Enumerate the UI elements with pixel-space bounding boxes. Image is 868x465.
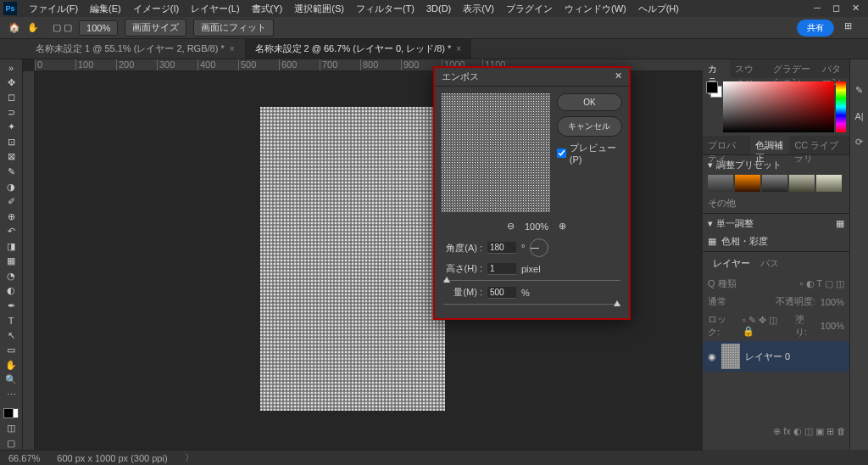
document-tab-2[interactable]: 名称未設定 2 @ 66.7% (レイヤー 0, レッド/8) *× — [245, 39, 472, 59]
angle-dial[interactable] — [530, 238, 548, 257]
dodge-tool-icon[interactable]: ◐ — [2, 284, 20, 298]
menu-view[interactable]: 表示(V) — [458, 1, 499, 17]
menu-plugin[interactable]: プラグイン — [501, 1, 558, 17]
close-tab-icon[interactable]: × — [230, 44, 235, 53]
menu-select[interactable]: 選択範囲(S) — [289, 1, 349, 17]
layer-thumb[interactable] — [721, 344, 740, 369]
edit-icon[interactable]: ✎ — [855, 85, 863, 96]
minimize-icon[interactable]: ─ — [814, 3, 821, 14]
heal-tool-icon[interactable]: ◑ — [2, 180, 20, 193]
cancel-button[interactable]: キャンセル — [557, 116, 622, 137]
dialog-close-icon[interactable]: ✕ — [615, 70, 622, 83]
zoom-field[interactable]: 100% — [79, 20, 118, 36]
fit-screen-button[interactable]: 画面サイズ — [125, 19, 186, 36]
dialog-preview[interactable] — [442, 93, 550, 212]
menu-help[interactable]: ヘルプ(H) — [633, 1, 684, 17]
wand-tool-icon[interactable]: ✦ — [2, 120, 20, 134]
amount-slider[interactable] — [443, 304, 620, 305]
close-tab-icon[interactable]: × — [456, 44, 461, 53]
move-tool-icon[interactable]: ✥ — [2, 76, 20, 90]
tab-layers[interactable]: レイヤー — [708, 255, 755, 272]
adj-preset-header[interactable]: ▾ 調整プリセット — [708, 159, 844, 171]
layer-row-0[interactable]: ◉ レイヤー 0 — [703, 341, 849, 372]
zoom-tool-icon[interactable]: 🔍 — [2, 373, 20, 387]
height-input[interactable] — [487, 263, 516, 275]
visibility-icon[interactable]: ◉ — [708, 351, 716, 362]
status-zoom[interactable]: 66.67% — [8, 453, 40, 463]
angle-input[interactable] — [487, 242, 516, 254]
tab-properties[interactable]: プロパティ — [703, 136, 750, 154]
menu-filter[interactable]: フィルター(T) — [351, 1, 420, 17]
layer-name[interactable]: レイヤー 0 — [745, 350, 790, 363]
tab-paths[interactable]: パス — [755, 255, 784, 272]
blend-mode[interactable]: 通常 — [708, 295, 726, 308]
preset-thumb[interactable] — [816, 175, 842, 192]
tab-cclib[interactable]: CC ライブラリ — [789, 136, 849, 154]
shape-tool-icon[interactable]: ▭ — [2, 344, 20, 357]
tools-panel: » ✥ ◻ ⊃ ✦ ⊡ ⊠ ✎ ◑ ✐ ⊕ ↶ ◨ ▦ ◔ ◐ ✒ T ↖ ▭ … — [0, 59, 23, 450]
history-brush-icon[interactable]: ↶ — [2, 225, 20, 238]
zoom-out-icon[interactable]: ⊖ — [507, 221, 515, 232]
others-link[interactable]: その他 — [708, 197, 844, 210]
quickmask-icon[interactable]: ◫ — [2, 422, 20, 435]
maximize-icon[interactable]: ◻ — [832, 3, 840, 14]
menu-image[interactable]: イメージ(I) — [128, 1, 184, 17]
preset-thumb[interactable] — [762, 175, 787, 192]
zoom-value: 100% — [525, 221, 548, 232]
menu-layer[interactable]: レイヤー(L) — [186, 1, 244, 17]
preset-thumb[interactable] — [735, 175, 760, 192]
eraser-tool-icon[interactable]: ◨ — [2, 239, 20, 253]
document-tab-1[interactable]: 名称未設定 1 @ 55.1% (レイヤー 2, RGB/8) *× — [25, 39, 245, 59]
pen-tool-icon[interactable]: ✒ — [2, 300, 20, 313]
fit-window-button[interactable]: 画面にフィット — [193, 19, 274, 36]
document-canvas[interactable] — [260, 107, 445, 411]
preset-thumb[interactable] — [708, 175, 733, 192]
zoom-in-icon[interactable]: ⊕ — [559, 221, 566, 232]
path-tool-icon[interactable]: ↖ — [2, 329, 20, 343]
share-button[interactable]: 共有 — [797, 20, 834, 36]
history-icon[interactable]: ⟳ — [855, 137, 863, 148]
preset-thumb[interactable] — [789, 175, 815, 192]
ruler-vertical — [23, 71, 35, 450]
grid-icon[interactable]: ▦ — [836, 218, 844, 229]
crop-tool-icon[interactable]: ⊡ — [2, 136, 20, 149]
hue-slider[interactable] — [836, 81, 846, 132]
blur-tool-icon[interactable]: ◔ — [2, 269, 20, 283]
amount-input[interactable] — [487, 287, 516, 299]
color-picker[interactable] — [723, 81, 834, 132]
hand-tool-icon[interactable]: ✋ — [27, 22, 39, 33]
tab-pattern[interactable]: パターン — [817, 59, 849, 78]
home-icon[interactable]: 🏠 — [8, 22, 20, 33]
expand-icon[interactable]: » — [2, 61, 20, 75]
hand-tool-icon[interactable]: ✋ — [2, 359, 20, 373]
search-icon[interactable]: ⊞ — [844, 20, 860, 36]
marquee-tool-icon[interactable]: ◻ — [2, 91, 20, 104]
hue-sat-row[interactable]: ▦ 色相・彩度 — [708, 235, 844, 248]
screenmode-icon[interactable]: ▢ — [2, 436, 20, 450]
preview-checkbox[interactable]: プレビュー(P) — [557, 142, 622, 165]
menu-3d[interactable]: 3D(D) — [421, 2, 456, 15]
ok-button[interactable]: OK — [557, 93, 622, 111]
type-tool-icon[interactable]: T — [2, 314, 20, 328]
more-icon[interactable]: ⋯ — [2, 389, 20, 402]
fg-bg-colors[interactable] — [2, 406, 20, 420]
menu-file[interactable]: ファイル(F) — [24, 1, 83, 17]
a-icon[interactable]: A| — [854, 111, 863, 121]
menu-edit[interactable]: 編集(E) — [85, 1, 126, 17]
height-slider[interactable] — [443, 280, 620, 281]
tab-adjustments[interactable]: 色調補正 — [750, 136, 790, 154]
tab-color[interactable]: カラー — [703, 59, 730, 78]
layer-filter-icon[interactable]: Q 種類 — [708, 277, 737, 290]
gradient-tool-icon[interactable]: ▦ — [2, 255, 20, 268]
stamp-tool-icon[interactable]: ⊕ — [2, 210, 20, 223]
close-icon[interactable]: ✕ — [852, 3, 860, 14]
eyedropper-tool-icon[interactable]: ✎ — [2, 165, 20, 179]
tab-gradient[interactable]: グラデーション — [768, 59, 817, 78]
lasso-tool-icon[interactable]: ⊃ — [2, 106, 20, 120]
brush-tool-icon[interactable]: ✐ — [2, 195, 20, 209]
tab-swatch[interactable]: スウォッチ — [730, 59, 768, 78]
frame-tool-icon[interactable]: ⊠ — [2, 150, 20, 164]
menu-window[interactable]: ウィンドウ(W) — [559, 1, 632, 17]
menu-type[interactable]: 書式(Y) — [247, 1, 288, 17]
single-adj-header[interactable]: ▾ 単一調整▦ — [708, 217, 844, 230]
